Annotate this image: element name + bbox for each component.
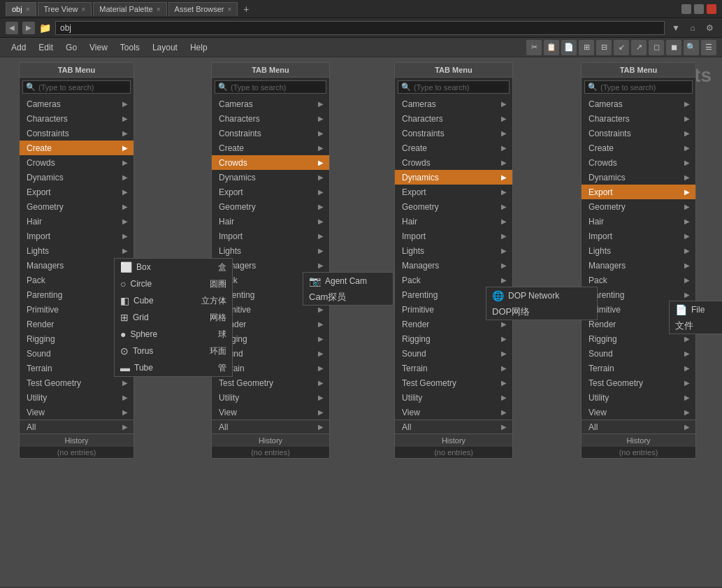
menu-row-characters-1[interactable]: Characters▶ <box>20 111 133 126</box>
submenu-box[interactable]: ⬜ Box 盒 <box>115 259 232 275</box>
menu-go[interactable]: Go <box>60 41 82 55</box>
menu-row-constraints-3[interactable]: Constraints▶ <box>395 126 512 141</box>
menu-row-hair-4[interactable]: Hair▶ <box>582 214 695 229</box>
menu-row-testgeo-3[interactable]: Test Geometry▶ <box>395 375 512 390</box>
menu-row-crowds-4[interactable]: Crowds▶ <box>582 155 695 170</box>
menu-row-geometry-1[interactable]: Geometry▶ <box>20 199 133 214</box>
menu-row-utility-1[interactable]: Utility▶ <box>20 390 133 405</box>
tab-close-obj[interactable]: × <box>26 6 30 13</box>
tab-menu-3-search[interactable]: 🔍 (Type to search) <box>398 80 510 94</box>
submenu-dopnetwork[interactable]: 🌐 DOP Network <box>486 287 597 304</box>
toolbar-icon-5[interactable]: ⊟ <box>596 40 612 55</box>
menu-row-hair-3[interactable]: Hair▶ <box>395 214 512 229</box>
menu-row-terrain-4[interactable]: Terrain▶ <box>582 361 695 375</box>
menu-row-view-2[interactable]: View▶ <box>212 405 329 420</box>
submenu-cube[interactable]: ◧ Cube 立方体 <box>115 292 232 309</box>
submenu-grid[interactable]: ⊞ Grid 网格 <box>115 309 232 326</box>
menu-row-lights-2[interactable]: Lights▶ <box>212 243 329 258</box>
tab-close-asset-browser[interactable]: × <box>228 6 232 13</box>
menu-layout[interactable]: Layout <box>147 41 183 55</box>
submenu-torus[interactable]: ⊙ Torus 环面 <box>115 343 232 359</box>
menu-row-import-2[interactable]: Import▶ <box>212 229 329 243</box>
tab-menu-1-search[interactable]: 🔍 (Type to search) <box>22 80 131 94</box>
toolbar-icon-2[interactable]: 📋 <box>544 40 559 55</box>
menu-row-pack-3[interactable]: Pack▶ <box>395 273 512 287</box>
tab-obj[interactable]: obj × <box>6 2 36 16</box>
close-button[interactable] <box>707 4 716 14</box>
menu-row-utility-3[interactable]: Utility▶ <box>395 390 512 405</box>
toolbar-icon-10[interactable]: 🔍 <box>684 40 699 55</box>
submenu-tube[interactable]: ▬ Tube 管 <box>115 359 232 376</box>
menu-row-characters-2[interactable]: Characters▶ <box>212 111 329 126</box>
menu-row-lights-1[interactable]: Lights▶ <box>20 243 133 258</box>
menu-row-constraints-4[interactable]: Constraints▶ <box>582 126 695 141</box>
menu-all-1[interactable]: All ▶ <box>20 420 133 433</box>
tab-tree-view[interactable]: Tree View × <box>38 2 92 16</box>
submenu-agentcam[interactable]: 📷 Agent Cam <box>303 273 393 289</box>
menu-row-export-3[interactable]: Export▶ <box>395 185 512 199</box>
menu-row-dynamics-2[interactable]: Dynamics▶ <box>212 170 329 185</box>
toolbar-icon-11[interactable]: ☰ <box>701 40 716 55</box>
menu-row-characters-4[interactable]: Characters▶ <box>582 111 695 126</box>
back-button[interactable]: ◀ <box>6 22 18 34</box>
menu-edit[interactable]: Edit <box>33 41 59 55</box>
maximize-button[interactable] <box>694 4 704 14</box>
menu-row-view-4[interactable]: View▶ <box>582 405 695 420</box>
tab-close-material-palette[interactable]: × <box>157 6 161 13</box>
submenu-sphere[interactable]: ● Sphere 球 <box>115 326 232 343</box>
menu-row-crowds-2[interactable]: Crowds▶ <box>212 155 329 170</box>
menu-row-cameras-2[interactable]: Cameras▶ <box>212 96 329 111</box>
menu-row-view-3[interactable]: View▶ <box>395 405 512 420</box>
menu-tools[interactable]: Tools <box>115 41 145 55</box>
menu-row-hair-2[interactable]: Hair▶ <box>212 214 329 229</box>
tab-menu-4-search[interactable]: 🔍 (Type to search) <box>584 80 693 94</box>
menu-row-characters-3[interactable]: Characters▶ <box>395 111 512 126</box>
menu-row-rigging-3[interactable]: Rigging▶ <box>395 331 512 346</box>
toolbar-icon-8[interactable]: ◻ <box>649 40 664 55</box>
menu-row-geometry-4[interactable]: Geometry▶ <box>582 199 695 214</box>
toolbar-icon-1[interactable]: ✂ <box>526 40 542 55</box>
menu-row-import-4[interactable]: Import▶ <box>582 229 695 243</box>
menu-row-view-1[interactable]: View▶ <box>20 405 133 420</box>
add-tab-button[interactable]: + <box>239 1 253 17</box>
tab-asset-browser[interactable]: Asset Browser × <box>168 2 238 16</box>
toolbar-icon-6[interactable]: ↙ <box>614 40 629 55</box>
menu-row-utility-2[interactable]: Utility▶ <box>212 390 329 405</box>
menu-row-import-1[interactable]: Import▶ <box>20 229 133 243</box>
menu-row-create-4[interactable]: Create▶ <box>582 141 695 155</box>
menu-row-crowds-3[interactable]: Crowds▶ <box>395 155 512 170</box>
menu-row-cameras-1[interactable]: Cameras▶ <box>20 96 133 111</box>
toolbar-icon-3[interactable]: 📄 <box>561 40 577 55</box>
menu-row-create-1[interactable]: Create▶ <box>20 141 133 155</box>
menu-row-testgeo-1[interactable]: Test Geometry▶ <box>20 375 133 390</box>
menu-row-pack-4[interactable]: Pack▶ <box>582 273 695 287</box>
menu-all-2[interactable]: All ▶ <box>212 420 329 433</box>
tab-close-tree-view[interactable]: × <box>81 6 85 13</box>
menu-row-sound-3[interactable]: Sound▶ <box>395 346 512 361</box>
menu-row-export-1[interactable]: Export▶ <box>20 185 133 199</box>
toolbar-icon-4[interactable]: ⊞ <box>579 40 594 55</box>
menu-row-create-3[interactable]: Create▶ <box>395 141 512 155</box>
settings-icon[interactable]: ⚙ <box>702 21 716 35</box>
menu-all-4[interactable]: All ▶ <box>582 420 695 433</box>
submenu-file[interactable]: 📄 File <box>670 301 722 318</box>
submenu-circle[interactable]: ○ Circle 圆圈 <box>115 275 232 292</box>
menu-row-constraints-2[interactable]: Constraints▶ <box>212 126 329 141</box>
menu-row-lights-4[interactable]: Lights▶ <box>582 243 695 258</box>
dropdown-icon[interactable]: ▼ <box>669 21 683 35</box>
menu-row-managers-4[interactable]: Managers▶ <box>582 258 695 273</box>
toolbar-icon-7[interactable]: ↗ <box>631 40 647 55</box>
menu-row-create-2[interactable]: Create▶ <box>212 141 329 155</box>
toolbar-icon-9[interactable]: ◼ <box>666 40 681 55</box>
minimize-button[interactable] <box>681 4 691 14</box>
menu-row-export-4[interactable]: Export▶ <box>582 185 695 199</box>
menu-row-dynamics-3[interactable]: Dynamics▶ <box>395 170 512 185</box>
menu-all-3[interactable]: All ▶ <box>395 420 512 433</box>
menu-row-hair-1[interactable]: Hair▶ <box>20 214 133 229</box>
menu-row-testgeo-4[interactable]: Test Geometry▶ <box>582 375 695 390</box>
menu-row-crowds-1[interactable]: Crowds▶ <box>20 155 133 170</box>
address-input[interactable] <box>55 21 665 35</box>
menu-row-testgeo-2[interactable]: Test Geometry▶ <box>212 375 329 390</box>
tab-material-palette[interactable]: Material Palette × <box>93 2 166 16</box>
tab-menu-2-search[interactable]: 🔍 (Type to search) <box>215 80 326 94</box>
